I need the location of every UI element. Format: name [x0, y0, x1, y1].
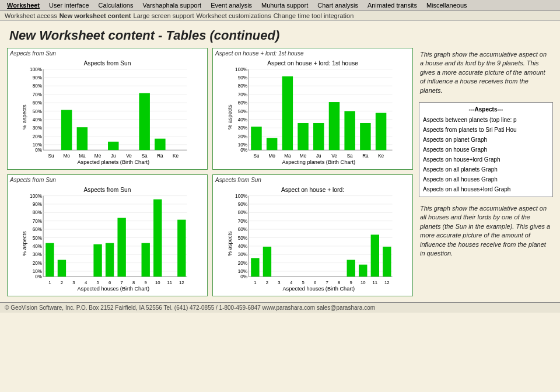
- svg-text:Mo: Mo: [268, 153, 275, 159]
- svg-rect-172: [359, 265, 367, 277]
- breadcrumb-bar: Worksheet access New worksheet content L…: [0, 11, 560, 21]
- aspect-item[interactable]: Aspects between planets (top line: p: [423, 115, 549, 125]
- svg-text:Me: Me: [300, 153, 307, 159]
- svg-text:Ma: Ma: [79, 153, 86, 159]
- chart-bottom-right-inner: Aspect on house + lord: % aspects: [214, 184, 411, 295]
- svg-text:10%: 10%: [33, 269, 42, 274]
- chart-top-right-inner: Aspect on house + lord: 1st house % aspe…: [214, 57, 411, 168]
- svg-rect-113: [46, 243, 54, 277]
- aspect-item[interactable]: Aspects on all houses+lord Graph: [423, 184, 549, 194]
- aspect-item[interactable]: Aspects on all planets Graph: [423, 164, 549, 174]
- svg-rect-164: [263, 247, 271, 276]
- menu-user-interface[interactable]: User interface: [44, 1, 93, 9]
- aspect-item[interactable]: Aspects on all houses Graph: [423, 174, 549, 184]
- svg-text:7: 7: [326, 280, 328, 285]
- svg-text:6: 6: [108, 280, 111, 285]
- breadcrumb-change-time[interactable]: Change time tool integration: [274, 12, 354, 19]
- svg-rect-75: [344, 111, 355, 150]
- svg-text:Ma: Ma: [284, 153, 291, 159]
- chart-bottom-left-label: Aspects from Sun: [9, 176, 206, 184]
- svg-rect-26: [61, 110, 72, 150]
- svg-text:40%: 40%: [238, 244, 247, 249]
- aspect-item[interactable]: Aspects from planets to Sri Pati Hou: [423, 125, 549, 135]
- svg-text:Ju: Ju: [316, 153, 321, 159]
- svg-text:12: 12: [384, 280, 390, 285]
- svg-text:Ra: Ra: [157, 153, 163, 159]
- svg-text:50%: 50%: [238, 109, 247, 114]
- svg-text:30%: 30%: [238, 252, 247, 257]
- svg-text:5: 5: [302, 280, 304, 285]
- menu-animated-transits[interactable]: Animated transits: [363, 1, 422, 9]
- svg-text:4: 4: [290, 280, 293, 285]
- svg-text:Su: Su: [48, 153, 54, 159]
- breadcrumb-large-screen[interactable]: Large screen support: [134, 12, 194, 19]
- page-title: New Worksheet content - Tables (continue…: [0, 21, 560, 48]
- chart-bottom-right-svg: Aspect on house + lord: % aspects: [214, 184, 411, 295]
- svg-text:3: 3: [72, 280, 75, 285]
- aspect-item[interactable]: Aspects on planet Graph: [423, 135, 549, 145]
- svg-text:7: 7: [121, 280, 123, 285]
- svg-text:3: 3: [278, 280, 280, 285]
- svg-text:Aspect on house + lord:: Aspect on house + lord:: [281, 187, 344, 193]
- svg-text:Me: Me: [94, 153, 102, 159]
- menu-miscellaneous[interactable]: Miscellaneous: [422, 1, 472, 9]
- chart-bottom-left-svg: Aspects from Sun % aspects: [9, 184, 206, 295]
- chart-top-left: Aspects from Sun Aspects from Sun % aspe…: [7, 48, 208, 170]
- aspect-item[interactable]: Aspects on house Graph: [423, 145, 549, 155]
- svg-text:10: 10: [360, 280, 366, 285]
- svg-text:90%: 90%: [33, 75, 42, 80]
- svg-text:60%: 60%: [238, 227, 247, 232]
- svg-text:2: 2: [266, 280, 268, 285]
- svg-text:10: 10: [155, 280, 160, 285]
- breadcrumb-worksheet-access[interactable]: Worksheet access: [5, 12, 57, 19]
- menu-muhurta[interactable]: Muhurta support: [257, 1, 313, 9]
- menu-calculations[interactable]: Calculations: [94, 1, 138, 9]
- svg-text:90%: 90%: [238, 202, 247, 207]
- svg-text:9: 9: [350, 280, 352, 285]
- svg-text:60%: 60%: [238, 100, 247, 106]
- svg-text:11: 11: [167, 280, 173, 285]
- menu-worksheet[interactable]: Worksheet: [2, 1, 44, 9]
- svg-rect-71: [282, 76, 293, 150]
- menu-event-analysis[interactable]: Event analysis: [206, 1, 257, 9]
- menu-varshaphala[interactable]: Varshaphala support: [138, 1, 206, 9]
- svg-text:Ju: Ju: [111, 153, 116, 159]
- svg-text:90%: 90%: [33, 202, 42, 207]
- svg-text:9: 9: [145, 280, 147, 285]
- chart-top-left-svg: Aspects from Sun % aspects: [9, 57, 206, 168]
- svg-rect-73: [313, 123, 324, 150]
- svg-text:4: 4: [85, 280, 88, 285]
- svg-text:5: 5: [96, 280, 99, 285]
- svg-text:Ke: Ke: [378, 153, 384, 159]
- info-column: This graph show the accumulative aspect …: [419, 48, 553, 296]
- svg-rect-74: [329, 102, 340, 150]
- svg-rect-31: [139, 93, 149, 150]
- aspects-list: Aspects between planets (top line: pAspe…: [423, 115, 549, 194]
- breadcrumb-new-worksheet[interactable]: New worksheet content: [60, 12, 131, 19]
- svg-text:0%: 0%: [35, 274, 42, 279]
- svg-text:Ke: Ke: [173, 153, 178, 159]
- svg-text:40%: 40%: [33, 117, 42, 123]
- svg-text:Ra: Ra: [362, 153, 369, 159]
- svg-text:10%: 10%: [238, 142, 247, 148]
- menu-chart-analysis[interactable]: Chart analysis: [313, 1, 363, 9]
- main-content: Aspects from Sun Aspects from Sun % aspe…: [0, 48, 560, 296]
- svg-text:Aspects from Sun: Aspects from Sun: [83, 187, 131, 193]
- aspect-item[interactable]: Aspects on house+lord Graph: [423, 155, 549, 164]
- svg-text:100%: 100%: [235, 194, 247, 199]
- svg-text:50%: 50%: [33, 236, 42, 241]
- svg-text:Aspected houses (Birth Chart): Aspected houses (Birth Chart): [282, 286, 355, 292]
- svg-text:30%: 30%: [238, 125, 247, 131]
- svg-text:0%: 0%: [240, 148, 247, 153]
- svg-text:80%: 80%: [33, 210, 42, 215]
- breadcrumb-customizations[interactable]: Worksheet customizations: [196, 12, 271, 19]
- chart-top-right: Aspect on house + lord: 1st house Aspect…: [212, 48, 413, 170]
- svg-rect-121: [142, 243, 150, 277]
- svg-rect-117: [93, 244, 102, 276]
- chart-bottom-left-inner: Aspects from Sun % aspects: [9, 184, 206, 295]
- svg-text:Aspects from Sun: Aspects from Sun: [83, 60, 131, 66]
- svg-text:0%: 0%: [35, 148, 42, 153]
- svg-rect-171: [347, 260, 355, 276]
- svg-text:Aspecting planets (Birth Chart: Aspecting planets (Birth Chart): [282, 159, 355, 165]
- svg-text:12: 12: [179, 280, 184, 285]
